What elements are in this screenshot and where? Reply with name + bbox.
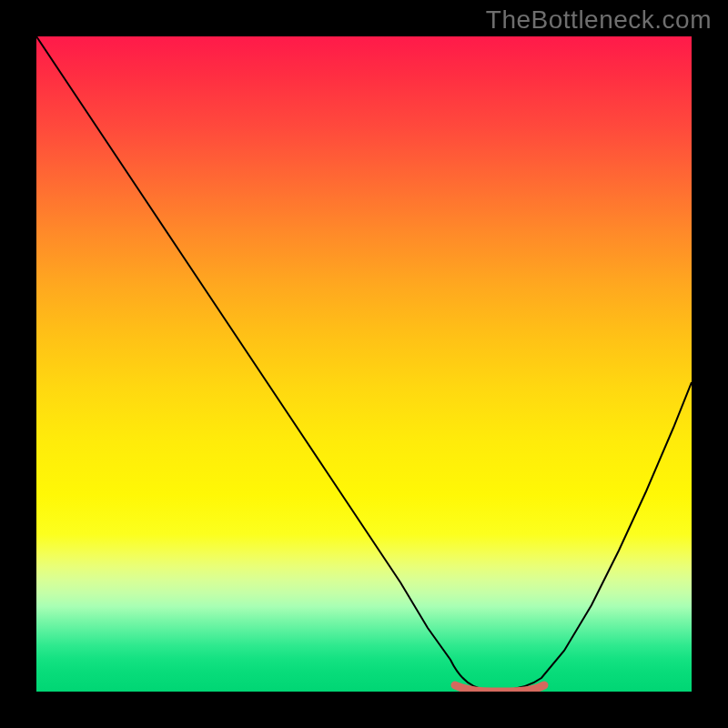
chart-frame: TheBottleneck.com <box>0 0 728 728</box>
watermark-text: TheBottleneck.com <box>486 5 712 35</box>
bottleneck-curve <box>36 36 692 690</box>
curve-overlay <box>36 36 692 692</box>
optimal-segment <box>455 685 544 692</box>
plot-area <box>36 36 692 692</box>
